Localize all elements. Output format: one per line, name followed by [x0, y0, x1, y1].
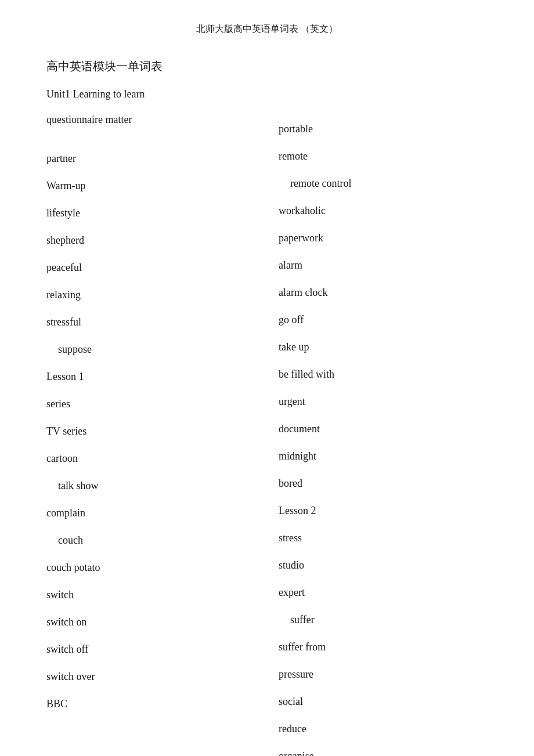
word-item: document [279, 415, 488, 443]
word-item: Lesson 2 [279, 497, 488, 525]
right-column: portableremoteremote controlworkaholicpa… [279, 53, 488, 756]
word-item: be filled with [279, 361, 488, 388]
word-item: Lesson 1 [46, 363, 255, 390]
word-item: suppose [46, 336, 255, 363]
word-item: couch potato [46, 554, 255, 581]
word-item: cartoon [46, 445, 255, 472]
word-item: switch over [46, 663, 255, 690]
word-item: 高中英语模块一单词表 [46, 53, 255, 82]
left-column: 高中英语模块一单词表Unit1 Learning to learnquestio… [46, 53, 255, 756]
word-item: suffer [279, 606, 488, 634]
word-item: BBC [46, 690, 255, 718]
word-item: studio [279, 552, 488, 579]
word-item: talk show [46, 472, 255, 500]
word-item: switch off [46, 636, 255, 663]
word-item: paperwork [279, 225, 488, 252]
word-item: reduce [279, 715, 488, 743]
word-item: organise [279, 743, 488, 756]
word-item: bored [279, 470, 488, 497]
word-item: stress [279, 525, 488, 552]
word-item: shepherd [46, 227, 255, 254]
word-item: expert [279, 579, 488, 606]
word-item: urgent [279, 388, 488, 415]
word-item: take up [279, 334, 488, 361]
word-item: go off [279, 306, 488, 334]
word-item: suffer from [279, 634, 488, 661]
word-item: stressful [46, 309, 255, 336]
word-item: switch [46, 581, 255, 609]
word-item: questionnaire matter [46, 106, 255, 133]
word-item: complain [46, 500, 255, 527]
word-item: Unit1 Learning to learn [46, 82, 255, 106]
word-item: alarm clock [279, 279, 488, 306]
word-item: switch on [46, 609, 255, 636]
word-item: couch [46, 527, 255, 554]
word-item: remote [279, 143, 488, 170]
word-item: Warm-up [46, 172, 255, 200]
word-item: pressure [279, 661, 488, 688]
word-item: lifestyle [46, 200, 255, 227]
spacer [46, 133, 255, 145]
word-item: workaholic [279, 197, 488, 225]
word-item: portable [279, 115, 488, 143]
word-item: series [46, 390, 255, 418]
word-item: alarm [279, 252, 488, 279]
word-item: TV series [46, 418, 255, 445]
word-item: peaceful [46, 254, 255, 281]
top-spacer [279, 53, 488, 115]
word-item: midnight [279, 443, 488, 470]
page-title: 北师大版高中英语单词表 （英文） [46, 23, 488, 35]
word-item: remote control [279, 170, 488, 197]
word-item: social [279, 688, 488, 715]
word-item: relaxing [46, 281, 255, 309]
word-item: partner [46, 145, 255, 172]
